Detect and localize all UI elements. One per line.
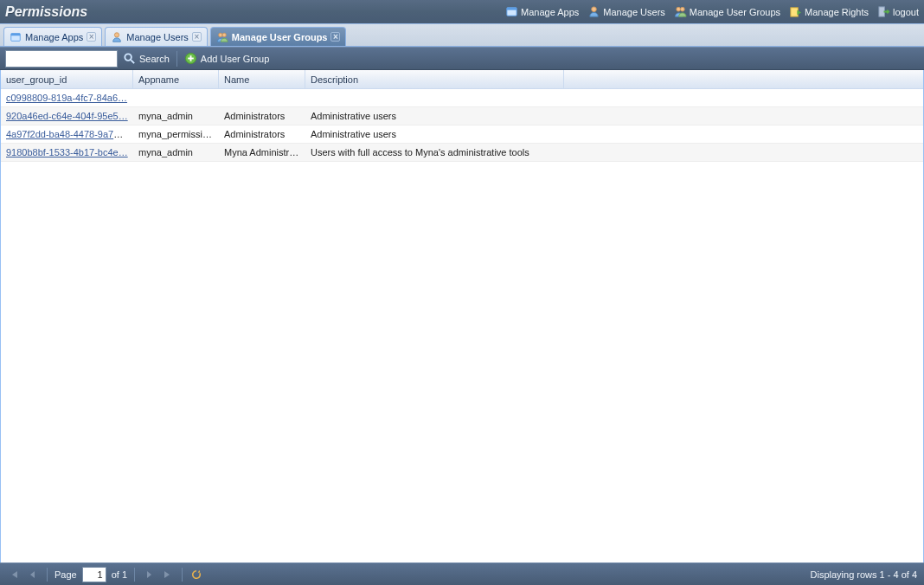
paging-separator (134, 568, 135, 582)
apps-icon (505, 5, 518, 18)
header-link-label: Manage User Groups (690, 7, 780, 17)
app-title: Permissions (5, 4, 87, 20)
header-link-manage-apps[interactable]: Manage Apps (505, 5, 579, 18)
user-group-link[interactable]: c0998809-819a-4fc7-84a6… (6, 93, 127, 103)
tab-manage-users[interactable]: Manage Users × (105, 27, 208, 46)
svg-point-3 (677, 7, 681, 11)
toolbar-separator (176, 51, 177, 67)
column-header-appname[interactable]: Appname (133, 70, 219, 88)
paging-separator (47, 568, 48, 582)
column-header-description[interactable]: Description (305, 70, 564, 88)
cell-description: Administrative users (305, 129, 564, 139)
table-row[interactable]: 9180b8bf-1533-4b17-bc4e… myna_admin Myna… (1, 144, 923, 162)
table-row[interactable]: 4a97f2dd-ba48-4478-9a7b… myna_permission… (1, 125, 923, 144)
search-button[interactable]: Search (123, 52, 170, 65)
svg-point-4 (680, 7, 684, 11)
prev-page-button[interactable] (26, 568, 40, 582)
tab-label: Manage User Groups (232, 32, 328, 42)
column-header-rest (564, 70, 923, 88)
search-input[interactable] (5, 50, 118, 68)
header-link-manage-user-groups[interactable]: Manage User Groups (674, 5, 780, 18)
cell-description: Users with full access to Myna's adminis… (305, 147, 564, 158)
tab-close-icon[interactable]: × (330, 32, 340, 42)
grid-toolbar: Search Add User Group (0, 47, 924, 70)
next-page-button[interactable] (142, 568, 156, 582)
usergroup-icon (216, 31, 228, 43)
user-group-link[interactable]: 920a46ed-c64e-404f-95e5… (6, 111, 128, 121)
svg-line-13 (131, 60, 134, 63)
cell-name: Administrators (219, 129, 305, 139)
tab-label: Manage Apps (25, 32, 83, 42)
add-user-group-button[interactable]: Add User Group (184, 52, 269, 65)
tab-close-icon[interactable]: × (87, 32, 96, 42)
logout-icon (877, 5, 890, 18)
svg-rect-8 (11, 33, 21, 35)
grid: user_group_id Appname Name Description c… (0, 70, 924, 562)
user-group-link[interactable]: 4a97f2dd-ba48-4478-9a7b… (6, 129, 128, 139)
add-button-label: Add User Group (201, 54, 269, 64)
header-link-logout[interactable]: logout (877, 5, 919, 18)
svg-point-2 (592, 7, 597, 12)
column-header-name[interactable]: Name (219, 70, 305, 88)
tab-label: Manage Users (126, 32, 189, 42)
table-row[interactable]: 920a46ed-c64e-404f-95e5… myna_admin Admi… (1, 107, 923, 125)
tab-manage-user-groups[interactable]: Manage User Groups × (210, 27, 347, 46)
paging-controls: Page of 1 (7, 567, 203, 582)
cell-description: Administrative users (305, 111, 564, 121)
first-page-button[interactable] (7, 568, 21, 582)
tab-manage-apps[interactable]: Manage Apps × (3, 27, 102, 46)
table-row[interactable]: c0998809-819a-4fc7-84a6… (1, 89, 923, 107)
user-icon (111, 31, 123, 43)
column-header-user-group-id[interactable]: user_group_id (1, 70, 133, 88)
header-link-label: Manage Apps (521, 7, 579, 17)
tab-strip: Manage Apps × Manage Users × Manage User… (0, 23, 924, 47)
page-of-label: of 1 (112, 569, 127, 580)
tab-close-icon[interactable]: × (192, 32, 202, 42)
svg-point-11 (222, 33, 226, 36)
rights-icon (789, 5, 802, 18)
paging-status: Displaying rows 1 - 4 of 4 (811, 569, 918, 580)
user-group-link[interactable]: 9180b8bf-1533-4b17-bc4e… (6, 147, 128, 158)
cell-appname: myna_permissions (133, 129, 219, 139)
refresh-icon (191, 569, 202, 580)
cell-name: Administrators (219, 111, 305, 121)
grid-header: user_group_id Appname Name Description (1, 70, 923, 89)
app-header: Permissions Manage Apps Manage Users Man… (0, 0, 924, 23)
header-link-label: Manage Users (603, 7, 665, 17)
last-page-button[interactable] (161, 568, 175, 582)
paging-separator (182, 568, 183, 582)
cell-appname: myna_admin (133, 147, 219, 158)
search-button-label: Search (139, 54, 170, 64)
header-link-manage-rights[interactable]: Manage Rights (789, 5, 869, 18)
paging-toolbar: Page of 1 Displaying rows 1 - 4 of 4 (0, 562, 924, 585)
svg-point-10 (218, 33, 221, 36)
header-links: Manage Apps Manage Users Manage User Gro… (505, 5, 919, 18)
first-page-icon (9, 569, 19, 580)
header-link-label: logout (893, 7, 919, 17)
header-link-label: Manage Rights (805, 7, 869, 17)
add-icon (184, 52, 197, 65)
search-icon (123, 52, 136, 65)
grid-body[interactable]: c0998809-819a-4fc7-84a6… 920a46ed-c64e-4… (1, 89, 923, 562)
svg-rect-5 (791, 8, 798, 16)
chevron-left-icon (28, 569, 38, 580)
chevron-right-icon (144, 569, 154, 580)
cell-name: Myna Administr… (219, 147, 305, 158)
refresh-button[interactable] (189, 568, 203, 582)
header-link-manage-users[interactable]: Manage Users (587, 5, 665, 18)
page-label: Page (55, 569, 77, 580)
page-number-input[interactable] (82, 567, 106, 582)
cell-appname: myna_admin (133, 111, 219, 121)
svg-point-9 (115, 32, 119, 36)
svg-rect-6 (879, 7, 885, 16)
svg-point-12 (125, 54, 132, 61)
last-page-icon (163, 569, 173, 580)
usergroup-icon (674, 5, 687, 18)
svg-rect-1 (507, 8, 517, 10)
user-icon (587, 5, 600, 18)
apps-icon (10, 31, 22, 43)
